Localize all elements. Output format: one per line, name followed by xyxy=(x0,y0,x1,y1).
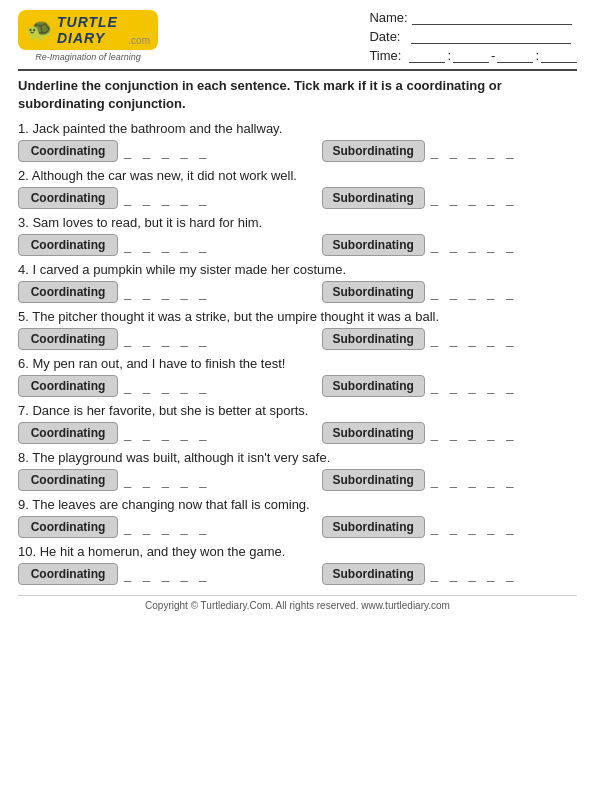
coordinating-btn-7[interactable]: Coordinating xyxy=(18,422,118,444)
dashes-subord-1: _ _ _ _ _ xyxy=(431,144,518,159)
subordinating-btn-10[interactable]: Subordinating xyxy=(322,563,425,585)
left-group-7: Coordinating _ _ _ _ _ xyxy=(18,422,274,444)
right-group-1: Subordinating _ _ _ _ _ xyxy=(322,140,578,162)
sentence-7: 7. Dance is her favorite, but she is bet… xyxy=(18,403,577,418)
right-group-4: Subordinating _ _ _ _ _ xyxy=(322,281,578,303)
checkbox-row-1: Coordinating _ _ _ _ _ Subordinating _ _… xyxy=(18,140,577,162)
checkbox-row-8: Coordinating _ _ _ _ _ Subordinating _ _… xyxy=(18,469,577,491)
date-label: Date: xyxy=(369,29,407,44)
page: 🐢 TURTLE DIARY .com Re-Imagination of le… xyxy=(0,0,595,800)
left-group-9: Coordinating _ _ _ _ _ xyxy=(18,516,274,538)
subordinating-btn-2[interactable]: Subordinating xyxy=(322,187,425,209)
coordinating-btn-4[interactable]: Coordinating xyxy=(18,281,118,303)
dashes-coord-5: _ _ _ _ _ xyxy=(124,332,211,347)
right-group-10: Subordinating _ _ _ _ _ xyxy=(322,563,578,585)
dashes-coord-1: _ _ _ _ _ xyxy=(124,144,211,159)
right-group-3: Subordinating _ _ _ _ _ xyxy=(322,234,578,256)
dashes-coord-3: _ _ _ _ _ xyxy=(124,238,211,253)
subordinating-btn-4[interactable]: Subordinating xyxy=(322,281,425,303)
time-line-3 xyxy=(497,49,533,63)
left-group-5: Coordinating _ _ _ _ _ xyxy=(18,328,274,350)
right-group-7: Subordinating _ _ _ _ _ xyxy=(322,422,578,444)
subordinating-btn-8[interactable]: Subordinating xyxy=(322,469,425,491)
coordinating-btn-8[interactable]: Coordinating xyxy=(18,469,118,491)
time-dash: - xyxy=(491,48,495,63)
checkbox-row-2: Coordinating _ _ _ _ _ Subordinating _ _… xyxy=(18,187,577,209)
left-group-8: Coordinating _ _ _ _ _ xyxy=(18,469,274,491)
coordinating-btn-6[interactable]: Coordinating xyxy=(18,375,118,397)
sentence-1: 1. Jack painted the bathroom and the hal… xyxy=(18,121,577,136)
right-group-9: Subordinating _ _ _ _ _ xyxy=(322,516,578,538)
time-colon-2: : xyxy=(535,48,539,63)
sentence-6: 6. My pen ran out, and I have to finish … xyxy=(18,356,577,371)
content-area: 1. Jack painted the bathroom and the hal… xyxy=(18,121,577,585)
right-group-8: Subordinating _ _ _ _ _ xyxy=(322,469,578,491)
date-line xyxy=(411,30,571,44)
left-group-2: Coordinating _ _ _ _ _ xyxy=(18,187,274,209)
time-line-1 xyxy=(409,49,445,63)
coordinating-btn-10[interactable]: Coordinating xyxy=(18,563,118,585)
dashes-subord-7: _ _ _ _ _ xyxy=(431,426,518,441)
dashes-coord-4: _ _ _ _ _ xyxy=(124,285,211,300)
coordinating-btn-9[interactable]: Coordinating xyxy=(18,516,118,538)
coordinating-btn-5[interactable]: Coordinating xyxy=(18,328,118,350)
coordinating-btn-3[interactable]: Coordinating xyxy=(18,234,118,256)
time-line-2 xyxy=(453,49,489,63)
sentence-4: 4. I carved a pumpkin while my sister ma… xyxy=(18,262,577,277)
subordinating-btn-5[interactable]: Subordinating xyxy=(322,328,425,350)
instructions: Underline the conjunction in each senten… xyxy=(18,77,577,113)
checkbox-row-9: Coordinating _ _ _ _ _ Subordinating _ _… xyxy=(18,516,577,538)
time-line-4 xyxy=(541,49,577,63)
left-group-4: Coordinating _ _ _ _ _ xyxy=(18,281,274,303)
footer: Copyright © Turtlediary.Com. All rights … xyxy=(18,595,577,611)
dashes-coord-9: _ _ _ _ _ xyxy=(124,520,211,535)
dashes-coord-7: _ _ _ _ _ xyxy=(124,426,211,441)
fields-area: Name: Date: Time: : - : xyxy=(369,10,577,63)
checkbox-row-5: Coordinating _ _ _ _ _ Subordinating _ _… xyxy=(18,328,577,350)
left-group-6: Coordinating _ _ _ _ _ xyxy=(18,375,274,397)
header-divider xyxy=(18,69,577,71)
sentence-2: 2. Although the car was new, it did not … xyxy=(18,168,577,183)
coordinating-btn-1[interactable]: Coordinating xyxy=(18,140,118,162)
header: 🐢 TURTLE DIARY .com Re-Imagination of le… xyxy=(18,10,577,63)
dashes-subord-10: _ _ _ _ _ xyxy=(431,567,518,582)
dashes-subord-8: _ _ _ _ _ xyxy=(431,473,518,488)
right-group-6: Subordinating _ _ _ _ _ xyxy=(322,375,578,397)
name-label: Name: xyxy=(369,10,407,25)
name-field-row: Name: xyxy=(369,10,577,25)
right-group-2: Subordinating _ _ _ _ _ xyxy=(322,187,578,209)
subordinating-btn-6[interactable]: Subordinating xyxy=(322,375,425,397)
brand-name: TURTLE DIARY xyxy=(57,14,122,46)
logo-com: .com xyxy=(128,35,150,46)
dashes-subord-2: _ _ _ _ _ xyxy=(431,191,518,206)
dashes-coord-10: _ _ _ _ _ xyxy=(124,567,211,582)
logo-area: 🐢 TURTLE DIARY .com Re-Imagination of le… xyxy=(18,10,158,62)
subordinating-btn-1[interactable]: Subordinating xyxy=(322,140,425,162)
subordinating-btn-7[interactable]: Subordinating xyxy=(322,422,425,444)
time-field-row: Time: : - : xyxy=(369,48,577,63)
name-line xyxy=(412,11,572,25)
sentence-5: 5. The pitcher thought it was a strike, … xyxy=(18,309,577,324)
checkbox-row-4: Coordinating _ _ _ _ _ Subordinating _ _… xyxy=(18,281,577,303)
checkbox-row-3: Coordinating _ _ _ _ _ Subordinating _ _… xyxy=(18,234,577,256)
sentence-3: 3. Sam loves to read, but it is hard for… xyxy=(18,215,577,230)
checkbox-row-10: Coordinating _ _ _ _ _ Subordinating _ _… xyxy=(18,563,577,585)
checkbox-row-7: Coordinating _ _ _ _ _ Subordinating _ _… xyxy=(18,422,577,444)
dashes-coord-6: _ _ _ _ _ xyxy=(124,379,211,394)
dashes-subord-9: _ _ _ _ _ xyxy=(431,520,518,535)
dashes-subord-4: _ _ _ _ _ xyxy=(431,285,518,300)
logo-tagline: Re-Imagination of learning xyxy=(35,52,141,62)
dashes-subord-3: _ _ _ _ _ xyxy=(431,238,518,253)
logo-box: 🐢 TURTLE DIARY .com xyxy=(18,10,158,50)
coordinating-btn-2[interactable]: Coordinating xyxy=(18,187,118,209)
dashes-subord-6: _ _ _ _ _ xyxy=(431,379,518,394)
dashes-coord-2: _ _ _ _ _ xyxy=(124,191,211,206)
time-label: Time: xyxy=(369,48,407,63)
subordinating-btn-9[interactable]: Subordinating xyxy=(322,516,425,538)
left-group-3: Coordinating _ _ _ _ _ xyxy=(18,234,274,256)
date-field-row: Date: xyxy=(369,29,577,44)
sentence-9: 9. The leaves are changing now that fall… xyxy=(18,497,577,512)
dashes-coord-8: _ _ _ _ _ xyxy=(124,473,211,488)
subordinating-btn-3[interactable]: Subordinating xyxy=(322,234,425,256)
sentence-8: 8. The playground was built, although it… xyxy=(18,450,577,465)
